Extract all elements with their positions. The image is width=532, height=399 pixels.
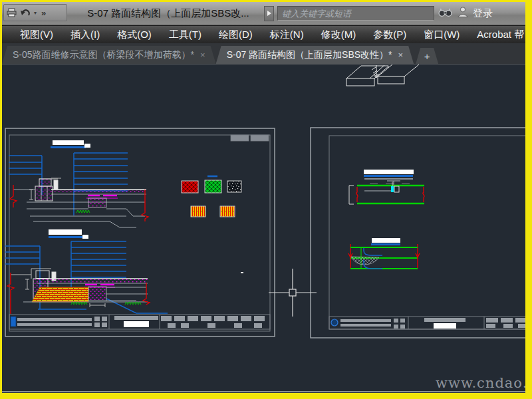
menu-dimension[interactable]: 标注(N)	[261, 26, 313, 43]
tab-s05-drawing[interactable]: S-05路面维修示意图（桥梁段不增加荷载）* ×	[2, 46, 216, 64]
layout-sheet-left	[5, 128, 275, 336]
pothole-hatch	[351, 257, 379, 265]
structure-detail-top-right	[349, 170, 424, 204]
structure-detail-bottom-right	[348, 238, 420, 269]
grass-symbol	[71, 302, 141, 305]
drawing-canvas[interactable]: www.cndao.com	[2, 64, 525, 393]
legend-swatch-stipple	[227, 181, 241, 192]
legend-swatch-stripe-2	[220, 206, 235, 217]
help-search-input[interactable]	[277, 6, 434, 21]
search-flyout-button[interactable]	[264, 6, 274, 21]
toolbar-overflow-icon[interactable]: »	[41, 8, 46, 18]
close-icon[interactable]: ×	[200, 50, 205, 60]
axon-slab-detail	[346, 65, 419, 86]
menu-window[interactable]: 窗口(W)	[415, 26, 468, 43]
watermark-text: www.cndao.com	[436, 375, 525, 391]
window-title: S-07 路面结构图（上面层加SBS改...	[74, 2, 263, 25]
stray-mark	[241, 272, 243, 273]
titleblock-left	[9, 315, 270, 329]
titleblock-right	[329, 317, 525, 329]
grass-symbol	[76, 210, 90, 213]
app-client-area: ▾ » S-07 路面结构图（上面层加SBS改... 登录 视图(V) 插入(I…	[2, 2, 525, 393]
cad-graphics: www.cndao.com	[2, 65, 525, 393]
login-button[interactable]: 登录	[473, 7, 493, 20]
user-icon[interactable]	[456, 6, 469, 21]
undo-dropdown-icon[interactable]: ▾	[34, 10, 37, 16]
menu-modify[interactable]: 修改(M)	[313, 26, 365, 43]
right-triangle-icon	[267, 11, 271, 16]
menu-acrobat[interactable]: Acrobat 帮	[468, 26, 525, 43]
overlay-hatch-band	[32, 287, 88, 302]
section-detail-bottom-left	[5, 229, 168, 314]
menu-bar: 视图(V) 插入(I) 格式(O) 工具(T) 绘图(D) 标注(N) 修改(M…	[2, 25, 525, 43]
menu-tools[interactable]: 工具(T)	[160, 26, 210, 43]
crosshair-cursor	[269, 269, 317, 317]
undo-icon[interactable]	[20, 8, 31, 18]
section-detail-top-left	[9, 140, 148, 227]
menu-insert[interactable]: 插入(I)	[62, 26, 108, 43]
cyan-joint-detail	[391, 186, 394, 192]
dimension-bracket	[90, 303, 105, 307]
legend-swatch-green	[205, 180, 221, 193]
new-tab-button[interactable]: +	[416, 48, 438, 64]
tab-s07-drawing[interactable]: S-07 路面结构图（上面层加SBS改性）* ×	[216, 46, 414, 64]
quick-access-toolbar[interactable]: ▾ »	[3, 4, 67, 21]
app-window: ▾ » S-07 路面结构图（上面层加SBS改... 登录 视图(V) 插入(I…	[0, 0, 532, 399]
legend-swatch-stripe-1	[191, 206, 205, 217]
plot-icon[interactable]	[7, 8, 17, 17]
legend-swatch-red	[182, 181, 198, 193]
menu-view[interactable]: 视图(V)	[11, 26, 62, 43]
menu-format[interactable]: 格式(O)	[108, 26, 160, 43]
legend-swatches	[182, 176, 243, 273]
titlebar-right-cluster: 登录	[264, 2, 493, 25]
menu-parametric[interactable]: 参数(P)	[364, 26, 415, 43]
watermark: www.cndao.com	[2, 375, 525, 392]
logo-mark	[331, 319, 338, 326]
close-icon[interactable]: ×	[398, 50, 404, 60]
layout-sheet-right	[311, 128, 525, 338]
menu-draw[interactable]: 绘图(D)	[210, 26, 261, 43]
binoculars-search-icon[interactable]	[438, 6, 453, 21]
drawing-tab-bar: S-05路面维修示意图（桥梁段不增加荷载）* × S-07 路面结构图（上面层加…	[2, 43, 525, 64]
title-bar: ▾ » S-07 路面结构图（上面层加SBS改... 登录	[2, 2, 525, 25]
